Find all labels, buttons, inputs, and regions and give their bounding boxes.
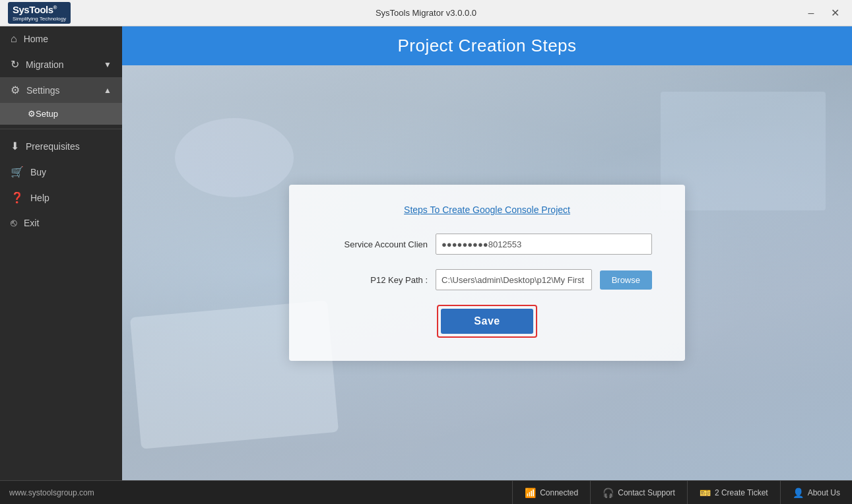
sidebar-divider-1: [0, 129, 122, 129]
sidebar-item-exit[interactable]: ⎋ Exit: [0, 210, 122, 236]
status-about-label: About Us: [808, 488, 840, 497]
wifi-icon: 📶: [525, 488, 536, 498]
browse-button[interactable]: Browse: [600, 270, 652, 290]
status-items: 📶 Connected 🎧 Contact Support 🎫 2 Create…: [512, 481, 852, 504]
app-body: ⌂ Home ↻ Migration ▼ ⚙ Settings ▲ ⚙ Setu…: [0, 26, 852, 480]
logo-brand: SysTools®: [13, 4, 57, 16]
status-create-ticket[interactable]: 🎫 2 Create Ticket: [687, 481, 780, 504]
status-connected-label: Connected: [540, 488, 578, 497]
settings-arrow: ▲: [104, 86, 112, 95]
user-icon: 👤: [793, 488, 804, 498]
sidebar-label-buy: Buy: [30, 167, 46, 177]
help-icon: ❓: [11, 191, 24, 204]
sidebar-label-home: Home: [24, 34, 48, 44]
settings-icon: ⚙: [11, 84, 20, 96]
save-wrapper: Save: [322, 305, 652, 338]
p12-key-input[interactable]: [436, 269, 592, 290]
minimize-button[interactable]: –: [802, 4, 820, 22]
logo-box: SysTools® Simplifying Technology: [8, 2, 71, 24]
sidebar-label-exit: Exit: [24, 218, 39, 228]
sidebar-item-buy[interactable]: 🛒 Buy: [0, 159, 122, 185]
title-bar: SysTools® Simplifying Technology SysTool…: [0, 0, 852, 26]
ticket-icon: 🎫: [700, 488, 711, 498]
content-area: Project Creation Steps Steps To Create G…: [122, 26, 852, 480]
sidebar-item-settings[interactable]: ⚙ Settings ▲: [0, 77, 122, 103]
sidebar: ⌂ Home ↻ Migration ▼ ⚙ Settings ▲ ⚙ Setu…: [0, 26, 122, 480]
save-btn-outer: Save: [437, 305, 537, 338]
status-about-us[interactable]: 👤 About Us: [780, 481, 852, 504]
window-controls: – ✕: [802, 4, 844, 22]
form-panel: Steps To Create Google Console Project S…: [289, 185, 685, 361]
sidebar-item-migration[interactable]: ↻ Migration ▼: [0, 51, 122, 77]
setup-icon: ⚙: [28, 109, 36, 119]
exit-icon: ⎋: [11, 217, 17, 229]
sidebar-nav: ⌂ Home ↻ Migration ▼ ⚙ Settings ▲ ⚙ Setu…: [0, 26, 122, 480]
home-icon: ⌂: [11, 33, 17, 45]
prerequisites-icon: ⬇: [11, 140, 19, 152]
sidebar-subitem-setup[interactable]: ⚙ Setup: [0, 103, 122, 125]
sidebar-label-settings: Settings: [26, 85, 60, 96]
p12-key-label: P12 Key Path :: [322, 275, 428, 285]
logo-sub: Simplifying Technology: [13, 16, 66, 22]
steps-link[interactable]: Steps To Create Google Console Project: [322, 205, 652, 215]
headset-icon: 🎧: [603, 488, 614, 498]
logo: SysTools® Simplifying Technology: [8, 2, 71, 24]
window-title: SysTools Migrator v3.0.0.0: [376, 8, 476, 18]
migration-arrow: ▼: [104, 60, 112, 69]
sidebar-label-migration: Migration: [26, 59, 64, 70]
status-ticket-label: 2 Create Ticket: [715, 488, 768, 497]
content-main: Steps To Create Google Console Project S…: [122, 65, 852, 480]
status-connected[interactable]: 📶 Connected: [512, 481, 590, 504]
close-button[interactable]: ✕: [826, 4, 844, 22]
service-account-input[interactable]: [436, 234, 652, 255]
sidebar-item-home[interactable]: ⌂ Home: [0, 26, 122, 51]
sidebar-label-prerequisites: Prerequisites: [26, 141, 80, 152]
status-contact-support[interactable]: 🎧 Contact Support: [590, 481, 687, 504]
p12-key-row: P12 Key Path : Browse: [322, 269, 652, 290]
status-bar: www.systoolsgroup.com 📶 Connected 🎧 Cont…: [0, 480, 852, 504]
sidebar-item-help[interactable]: ❓ Help: [0, 185, 122, 210]
service-account-label: Service Account Clien: [322, 239, 428, 249]
sidebar-label-setup: Setup: [36, 109, 58, 119]
status-contact-label: Contact Support: [618, 488, 675, 497]
save-button[interactable]: Save: [441, 309, 533, 334]
sidebar-item-prerequisites[interactable]: ⬇ Prerequisites: [0, 133, 122, 159]
status-url: www.systoolsgroup.com: [0, 488, 512, 497]
content-header: Project Creation Steps: [122, 26, 852, 65]
service-account-row: Service Account Clien: [322, 234, 652, 255]
buy-icon: 🛒: [11, 166, 24, 178]
sidebar-label-help: Help: [30, 193, 49, 203]
migration-icon: ↻: [11, 58, 19, 71]
